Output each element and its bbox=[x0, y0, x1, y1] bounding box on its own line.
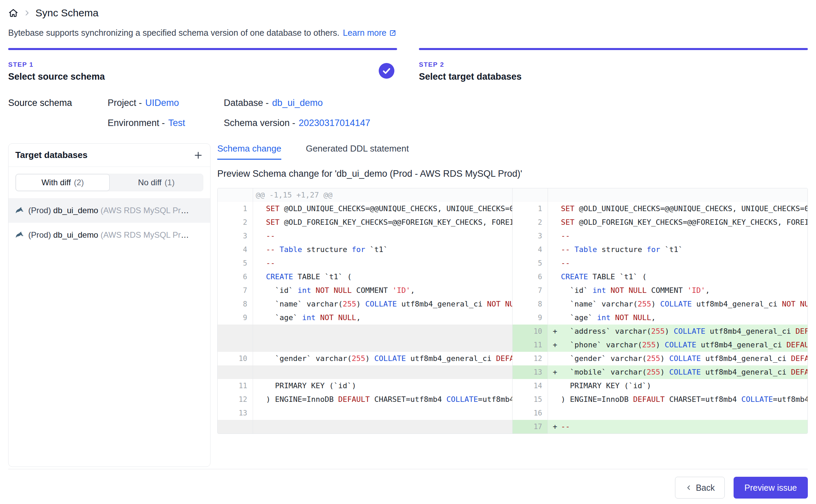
diff-code-right: + `mobile` varchar(255) COLLATE utf8mb4_… bbox=[548, 365, 807, 379]
database-link[interactable]: db_ui_demo bbox=[272, 98, 323, 108]
environment-link[interactable]: Test bbox=[168, 118, 185, 128]
diff-code-left bbox=[253, 406, 513, 420]
diff-code-right: SET @OLD_UNIQUE_CHECKS=@@UNIQUE_CHECKS, … bbox=[548, 202, 807, 216]
step-1-label: STEP 1 bbox=[8, 61, 397, 68]
source-field-database: Database -db_ui_demo bbox=[224, 98, 808, 108]
diff-code-right: `age` int NOT NULL, bbox=[548, 311, 807, 325]
diff-viewer[interactable]: @@ -1,15 +1,27 @@1SET @OLD_UNIQUE_CHECKS… bbox=[217, 188, 808, 434]
diff-line-number-right: 11 bbox=[513, 338, 548, 352]
diff-line-number-right: 16 bbox=[513, 406, 548, 420]
diff-hunk-gutter-right bbox=[513, 188, 548, 202]
add-target-database-button[interactable] bbox=[193, 150, 203, 160]
tab-no-diff[interactable]: No diff (1) bbox=[110, 174, 203, 191]
step-2-label: STEP 2 bbox=[419, 61, 808, 68]
diff-line-number-left: 13 bbox=[218, 406, 253, 420]
diff-line-number-left: 10 bbox=[218, 352, 253, 365]
diff-code-left: `id` int NOT NULL COMMENT 'ID', bbox=[253, 284, 513, 297]
diff-line-number-left bbox=[218, 420, 253, 434]
sync-schema-page: Sync Schema Bytebase supports synchroniz… bbox=[0, 0, 816, 503]
mysql-engine-icon bbox=[15, 206, 24, 215]
diff-line-number-left: 5 bbox=[218, 256, 253, 270]
project-label: Project - bbox=[108, 98, 142, 108]
diff-line-number-left: 2 bbox=[218, 216, 253, 229]
diff-code-left: PRIMARY KEY (`id`) bbox=[253, 379, 513, 393]
diff-sign: + bbox=[551, 420, 561, 434]
tab-schema-change[interactable]: Schema change bbox=[217, 143, 281, 160]
diff-code-right: CREATE TABLE `t1` ( bbox=[548, 270, 807, 284]
back-button[interactable]: Back bbox=[675, 477, 725, 499]
diff-code-right: SET @OLD_FOREIGN_KEY_CHECKS=@@FOREIGN_KE… bbox=[548, 216, 807, 229]
tab-generated-ddl[interactable]: Generated DDL statement bbox=[306, 143, 409, 160]
diff-line-number-right: 2 bbox=[513, 216, 548, 229]
diff-sign: + bbox=[551, 325, 561, 338]
diff-code-right: -- bbox=[548, 229, 807, 243]
chevron-left-icon bbox=[685, 484, 692, 491]
no-diff-count: (1) bbox=[164, 178, 174, 187]
page-description: Bytebase supports synchronizing a specif… bbox=[8, 28, 808, 38]
step-1-title: Select source schema bbox=[8, 72, 397, 82]
schema-version-label: Schema version - bbox=[224, 118, 295, 128]
diff-line-number-right: 3 bbox=[513, 229, 548, 243]
diff-code-left bbox=[253, 338, 513, 352]
preview-title: Preview Schema change for 'db_ui_demo (P… bbox=[217, 169, 808, 179]
diff-hunk-header: @@ -1,15 +1,27 @@ bbox=[253, 188, 513, 202]
diff-line-number-right: 8 bbox=[513, 297, 548, 311]
description-text: Bytebase supports synchronizing a specif… bbox=[8, 28, 340, 38]
schema-version-link[interactable]: 20230317014147 bbox=[299, 118, 370, 128]
diff-code-right: `gender` varchar(255) COLLATE utf8mb4_ge… bbox=[548, 352, 807, 365]
database-label-text: Database - bbox=[224, 98, 269, 108]
diff-code-right: + `phone` varchar(255) COLLATE utf8mb4_g… bbox=[548, 338, 807, 352]
preview-issue-button[interactable]: Preview issue bbox=[734, 477, 808, 499]
no-diff-label: No diff bbox=[138, 178, 161, 187]
diff-code-left bbox=[253, 325, 513, 338]
database-list-item[interactable]: (Prod) db_ui_demo (AWS RDS MySQL Prod) bbox=[9, 198, 210, 223]
plus-icon bbox=[193, 150, 203, 160]
diff-line-number-right: 6 bbox=[513, 270, 548, 284]
footer: Back Preview issue bbox=[8, 477, 808, 503]
diff-line-number-left: 6 bbox=[218, 270, 253, 284]
diff-code-left: `age` int NOT NULL, bbox=[253, 311, 513, 325]
with-diff-count: (2) bbox=[74, 178, 84, 187]
diff-filter-tabs: With diff (2) No diff (1) bbox=[15, 174, 203, 191]
home-icon[interactable] bbox=[8, 8, 18, 18]
diff-line-number-left: 8 bbox=[218, 297, 253, 311]
diff-line-number-left bbox=[218, 338, 253, 352]
diff-code-left: `name` varchar(255) COLLATE utf8mb4_gene… bbox=[253, 297, 513, 311]
footer-divider bbox=[8, 469, 808, 469]
stepper: STEP 1 Select source schema STEP 2 Selec… bbox=[8, 48, 808, 82]
diff-hunk-right bbox=[548, 188, 807, 202]
diff-line-number-left: 3 bbox=[218, 229, 253, 243]
source-field-schema-version: Schema version -20230317014147 bbox=[224, 118, 808, 128]
diff-code-left bbox=[253, 420, 513, 434]
source-field-project: Project -UIDemo bbox=[108, 98, 224, 108]
diff-code-left: -- bbox=[253, 229, 513, 243]
preview-tabs: Schema change Generated DDL statement bbox=[217, 143, 808, 160]
database-list-item[interactable]: (Prod) db_ui_demo (AWS RDS MySQL Prod) bbox=[9, 223, 210, 247]
breadcrumb: Sync Schema bbox=[8, 5, 808, 21]
step-1-progress-bar bbox=[8, 48, 397, 50]
step-2-title: Select target databases bbox=[419, 72, 808, 82]
step-2-progress-bar bbox=[419, 48, 808, 50]
tab-with-diff[interactable]: With diff (2) bbox=[16, 174, 110, 191]
source-field-environment: Environment -Test bbox=[108, 118, 224, 128]
database-label: (Prod) db_ui_demo (AWS RDS MySQL Prod) bbox=[28, 206, 192, 215]
diff-line-number-left: 9 bbox=[218, 311, 253, 325]
source-schema-summary: Source schema Project -UIDemo Database -… bbox=[8, 98, 808, 128]
diff-sign: + bbox=[551, 338, 561, 352]
diff-line-number-left: 12 bbox=[218, 393, 253, 406]
diff-code-left: -- bbox=[253, 256, 513, 270]
diff-code-right: PRIMARY KEY (`id`) bbox=[548, 379, 807, 393]
diff-code-right: -- bbox=[548, 256, 807, 270]
diff-line-number-right: 7 bbox=[513, 284, 548, 297]
diff-line-number-left: 7 bbox=[218, 284, 253, 297]
learn-more-label: Learn more bbox=[343, 28, 387, 38]
diff-line-number-right: 1 bbox=[513, 202, 548, 216]
with-diff-label: With diff bbox=[42, 178, 71, 187]
diff-line-number-right: 15 bbox=[513, 393, 548, 406]
diff-sign: + bbox=[551, 365, 561, 379]
target-databases-header: Target databases bbox=[9, 144, 210, 167]
project-link[interactable]: UIDemo bbox=[145, 98, 179, 108]
diff-line-number-left: 4 bbox=[218, 243, 253, 256]
diff-code-left: -- Table structure for `t1` bbox=[253, 243, 513, 256]
learn-more-link[interactable]: Learn more bbox=[343, 28, 397, 38]
